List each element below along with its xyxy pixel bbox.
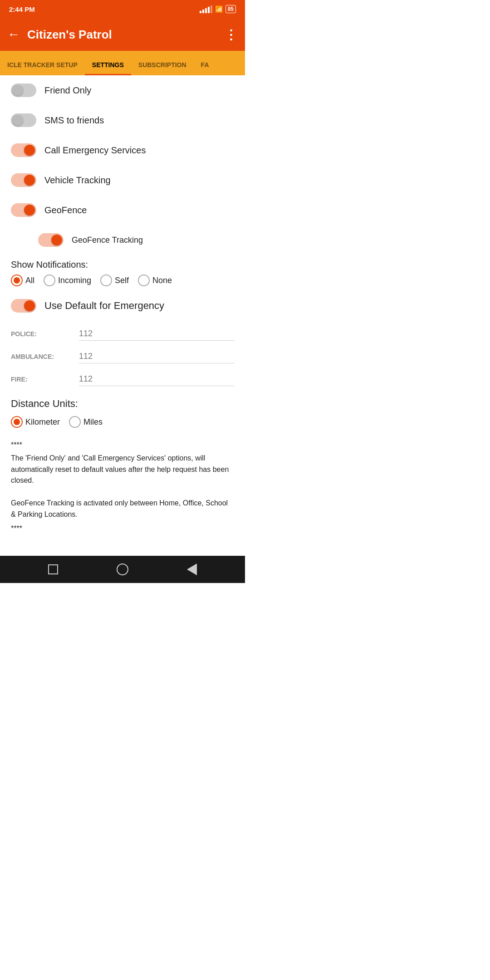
wifi-icon: 📶 — [215, 5, 223, 13]
battery-indicator: 85 — [225, 5, 236, 13]
police-label: POLICE: — [11, 330, 79, 338]
radio-km-inner — [14, 419, 20, 425]
footer-text-1: The 'Friend Only' and 'Call Emergency Se… — [11, 453, 234, 486]
geofence-toggle[interactable] — [11, 203, 36, 217]
ambulance-label: AMBULANCE: — [11, 353, 79, 360]
status-time: 2:44 PM — [9, 5, 35, 13]
radio-none-label: None — [152, 276, 172, 285]
nav-back-button[interactable] — [185, 563, 199, 576]
tab-vehicle-tracker-setup[interactable]: ICLE TRACKER SETUP — [0, 51, 85, 75]
call-emergency-label: Call Emergency Services — [44, 145, 146, 156]
tab-settings[interactable]: SETTINGS — [85, 51, 131, 75]
radio-none[interactable]: None — [138, 274, 172, 286]
nav-square-icon — [48, 564, 58, 574]
radio-miles[interactable]: Miles — [69, 416, 103, 428]
friend-only-toggle[interactable] — [11, 83, 36, 97]
nav-square-button[interactable] — [46, 563, 60, 576]
use-default-toggle[interactable] — [11, 299, 36, 313]
footer-stars-2: **** — [11, 523, 234, 534]
distance-radio-group: Kilometer Miles — [11, 416, 234, 428]
vehicle-tracking-label: Vehicle Tracking — [44, 175, 111, 186]
back-button[interactable]: ← — [7, 27, 20, 42]
police-input[interactable] — [79, 327, 234, 341]
geofence-tracking-label: GeoFence Tracking — [72, 235, 143, 245]
geofence-label: GeoFence — [44, 205, 87, 216]
radio-all-outer — [11, 274, 23, 286]
bottom-nav — [0, 556, 245, 583]
call-emergency-toggle[interactable] — [11, 143, 36, 157]
radio-miles-outer — [69, 416, 81, 428]
notifications-radio-group: All Incoming Self None — [11, 274, 234, 286]
radio-self[interactable]: Self — [100, 274, 129, 286]
notifications-title: Show Notifications: — [11, 260, 234, 270]
friend-only-label: Friend Only — [44, 85, 91, 96]
signal-icon — [200, 5, 212, 13]
fire-label: FIRE: — [11, 376, 79, 383]
app-bar: ← Citizen's Patrol ⋮ — [0, 18, 245, 51]
radio-km[interactable]: Kilometer — [11, 416, 60, 428]
friend-only-row: Friend Only — [11, 75, 234, 105]
radio-self-outer — [100, 274, 112, 286]
radio-incoming-outer — [44, 274, 55, 286]
sms-friends-row: SMS to friends — [11, 105, 234, 135]
footer-stars-1: **** — [11, 440, 234, 451]
tab-bar: ICLE TRACKER SETUP SETTINGS SUBSCRIPTION… — [0, 51, 245, 75]
use-default-label: Use Default for Emergency — [44, 300, 164, 312]
call-emergency-row: Call Emergency Services — [11, 135, 234, 165]
geofence-tracking-toggle[interactable] — [38, 233, 64, 247]
radio-incoming[interactable]: Incoming — [44, 274, 91, 286]
radio-miles-label: Miles — [83, 417, 103, 427]
radio-none-outer — [138, 274, 150, 286]
radio-incoming-label: Incoming — [58, 276, 91, 285]
ambulance-input[interactable] — [79, 350, 234, 363]
tab-fa[interactable]: FA — [194, 51, 216, 75]
radio-km-label: Kilometer — [25, 417, 60, 427]
nav-home-button[interactable] — [116, 563, 129, 576]
footer-text-2: GeoFence Tracking is activated only betw… — [11, 498, 234, 520]
status-icons: 📶 85 — [200, 5, 236, 13]
geofence-tracking-row: GeoFence Tracking — [11, 225, 234, 255]
police-field-row: POLICE: — [11, 321, 234, 343]
vehicle-tracking-toggle[interactable] — [11, 173, 36, 187]
footer-note: **** The 'Friend Only' and 'Call Emergen… — [11, 440, 234, 534]
geofence-row: GeoFence — [11, 195, 234, 225]
distance-units-section: Distance Units: Kilometer Miles — [11, 389, 234, 432]
ambulance-field-row: AMBULANCE: — [11, 343, 234, 366]
use-default-row: Use Default for Emergency — [11, 289, 234, 321]
vehicle-tracking-row: Vehicle Tracking — [11, 165, 234, 195]
status-bar: 2:44 PM 📶 85 — [0, 0, 245, 18]
more-options-button[interactable]: ⋮ — [225, 27, 238, 42]
radio-all-label: All — [25, 276, 34, 285]
app-title: Citizen's Patrol — [27, 28, 225, 42]
radio-self-label: Self — [115, 276, 129, 285]
radio-all[interactable]: All — [11, 274, 34, 286]
radio-km-outer — [11, 416, 23, 428]
sms-friends-label: SMS to friends — [44, 115, 104, 126]
fire-field-row: FIRE: — [11, 366, 234, 389]
fire-input[interactable] — [79, 372, 234, 386]
tab-subscription[interactable]: SUBSCRIPTION — [131, 51, 194, 75]
distance-units-title: Distance Units: — [11, 398, 234, 410]
nav-circle-icon — [117, 564, 128, 575]
nav-triangle-icon — [187, 564, 197, 575]
radio-all-inner — [14, 277, 20, 284]
sms-friends-toggle[interactable] — [11, 113, 36, 127]
notifications-section: Show Notifications: All Incoming Self No… — [11, 255, 234, 289]
settings-content: Friend Only SMS to friends Call Emergenc… — [0, 75, 245, 547]
